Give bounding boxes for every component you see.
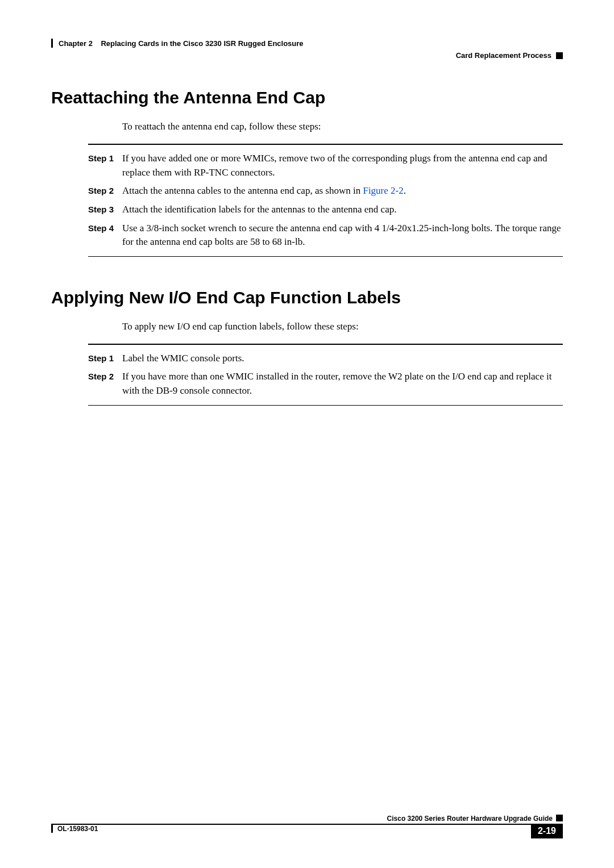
step-top-rule [88, 344, 563, 345]
section-reattaching-antenna: Reattaching the Antenna End Cap To reatt… [51, 88, 563, 257]
step-text: Attach the antenna cables to the antenna… [122, 184, 563, 198]
step-text: If you have more than one WMIC installed… [122, 370, 563, 398]
section-name: Card Replacement Process [456, 51, 551, 60]
section-title: Applying New I/O End Cap Function Labels [51, 288, 563, 307]
step-text-pre: Attach the antenna cables to the antenna… [122, 185, 363, 196]
figure-link[interactable]: Figure 2-2 [363, 185, 403, 196]
step-row: Step 4 Use a 3/8-inch socket wrench to s… [88, 222, 563, 249]
steps-block: Step 1 Label the WMIC console ports. Ste… [88, 344, 563, 406]
step-text: Label the WMIC console ports. [122, 352, 563, 366]
section-title: Reattaching the Antenna End Cap [51, 88, 563, 107]
chapter-title: Replacing Cards in the Cisco 3230 ISR Ru… [101, 39, 303, 48]
step-bottom-rule [88, 256, 563, 257]
step-bottom-rule [88, 405, 563, 406]
step-row: Step 2 Attach the antenna cables to the … [88, 184, 563, 198]
guide-title: Cisco 3200 Series Router Hardware Upgrad… [387, 815, 553, 823]
step-top-rule [88, 144, 563, 145]
step-text-post: . [404, 185, 406, 196]
section-intro: To reattach the antenna end cap, follow … [122, 121, 563, 132]
footer-tick-mark [51, 825, 53, 833]
step-text: If you have added one or more WMICs, rem… [122, 152, 563, 180]
step-row: Step 2 If you have more than one WMIC in… [88, 370, 563, 398]
chapter-number: Chapter 2 [59, 39, 93, 48]
step-label: Step 4 [88, 222, 122, 249]
section-intro: To apply new I/O end cap function labels… [122, 321, 563, 332]
doc-id: OL-15983-01 [57, 825, 98, 833]
section-header-right: Card Replacement Process [51, 51, 563, 60]
header-end-marker [556, 52, 563, 59]
step-label: Step 3 [88, 203, 122, 217]
step-row: Step 1 Label the WMIC console ports. [88, 352, 563, 366]
steps-block: Step 1 If you have added one or more WMI… [88, 144, 563, 257]
step-label: Step 2 [88, 370, 122, 398]
step-row: Step 1 If you have added one or more WMI… [88, 152, 563, 180]
step-label: Step 1 [88, 352, 122, 366]
header-tick-mark [51, 39, 53, 48]
page-number-badge: 2-19 [531, 824, 563, 838]
footer-end-marker [556, 815, 563, 821]
section-applying-labels: Applying New I/O End Cap Function Labels… [51, 288, 563, 406]
step-label: Step 2 [88, 184, 122, 198]
step-text: Use a 3/8-inch socket wrench to secure t… [122, 222, 563, 249]
step-label: Step 1 [88, 152, 122, 180]
step-text: Attach the identification labels for the… [122, 203, 563, 217]
page-footer: Cisco 3200 Series Router Hardware Upgrad… [51, 815, 563, 838]
chapter-header: Chapter 2 Replacing Cards in the Cisco 3… [51, 39, 563, 48]
step-row: Step 3 Attach the identification labels … [88, 203, 563, 217]
